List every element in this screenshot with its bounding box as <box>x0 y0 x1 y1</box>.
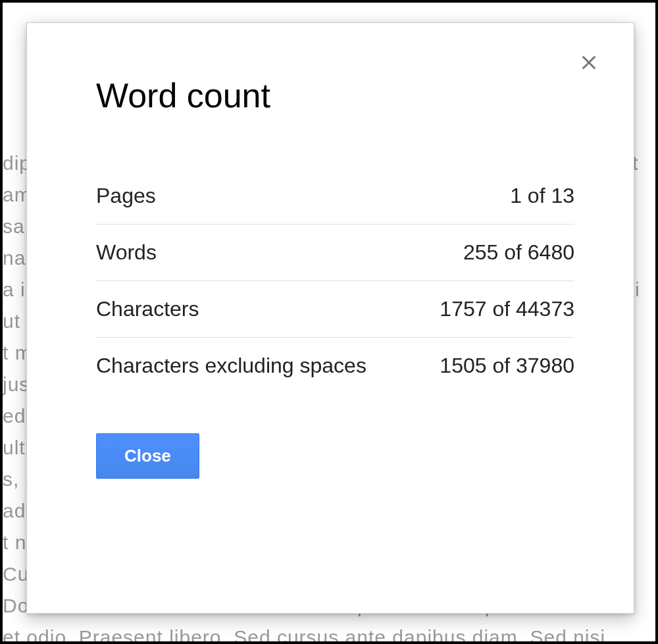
close-icon[interactable] <box>577 51 601 74</box>
stat-value-pages: 1 of 13 <box>510 184 574 208</box>
bg-line: et odio. Praesent libero. Sed cursus ant… <box>3 622 655 641</box>
stat-label-pages: Pages <box>96 184 156 208</box>
close-button[interactable]: Close <box>96 433 199 479</box>
word-count-dialog: Word count Pages 1 of 13 Words 255 of 64… <box>26 22 634 614</box>
stat-row-pages: Pages 1 of 13 <box>96 168 574 225</box>
stat-row-words: Words 255 of 6480 <box>96 225 574 281</box>
stat-label-chars-no-spaces: Characters excluding spaces <box>96 354 367 378</box>
stat-label-characters: Characters <box>96 297 199 321</box>
stat-value-words: 255 of 6480 <box>463 240 574 265</box>
stat-value-chars-no-spaces: 1505 of 37980 <box>440 354 574 378</box>
stat-row-characters: Characters 1757 of 44373 <box>96 281 574 338</box>
stat-row-chars-no-spaces: Characters excluding spaces 1505 of 3798… <box>96 338 574 394</box>
dialog-title: Word count <box>96 76 574 115</box>
stat-label-words: Words <box>96 240 157 265</box>
stat-value-characters: 1757 of 44373 <box>440 297 574 321</box>
